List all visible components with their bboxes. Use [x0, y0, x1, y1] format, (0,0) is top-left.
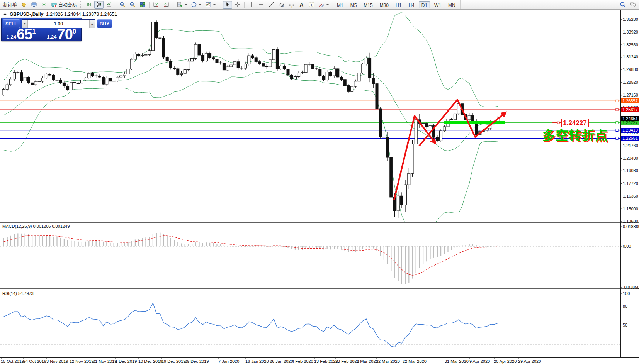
chart-canvas[interactable] — [0, 0, 639, 364]
buy-price-big: 70 — [57, 29, 73, 41]
autotrade-icon — [51, 2, 57, 8]
text-button[interactable]: A — [297, 1, 306, 9]
metaeditor-button[interactable] — [29, 1, 39, 9]
signals-button[interactable] — [39, 1, 49, 9]
candle-body — [237, 62, 240, 68]
candle-body — [31, 83, 34, 85]
crosshair-icon — [235, 2, 241, 8]
toolbar-separator — [219, 1, 221, 8]
candle-body — [24, 77, 26, 81]
shapes-icon — [318, 2, 325, 8]
text-label-button[interactable]: T — [307, 1, 316, 9]
timeframe-h1[interactable]: H1 — [393, 1, 404, 8]
main-pane[interactable] — [0, 12, 620, 230]
new-chart-button[interactable] — [175, 1, 189, 9]
candle-body — [38, 81, 41, 82]
price-tag-anchor-handle[interactable] — [557, 122, 559, 124]
candle-body — [440, 131, 442, 141]
candlestick-chart-button[interactable] — [94, 1, 104, 9]
timeframe-h4[interactable]: H4 — [406, 1, 417, 8]
timeframe-m15[interactable]: M15 — [361, 1, 375, 8]
vertical-line-button[interactable] — [246, 1, 256, 9]
candle-body — [283, 66, 286, 69]
zoom-out-button[interactable] — [128, 1, 137, 9]
bars-icon — [86, 2, 92, 8]
candle-body — [411, 144, 414, 173]
open-chart-button[interactable] — [19, 1, 29, 9]
candle-body — [45, 74, 48, 78]
hline-handle[interactable] — [616, 100, 618, 102]
candle-body — [436, 137, 438, 141]
candle-body — [184, 69, 186, 73]
timeframe-m1[interactable]: M1 — [334, 1, 346, 8]
hline-handle[interactable] — [616, 137, 618, 139]
timeframe-m5[interactable]: M5 — [348, 1, 360, 8]
toolbar: 新订单自动交易EFATM1M5M15M30H1H4D1W1MN — [0, 0, 639, 10]
candle-body — [443, 127, 446, 131]
timeframe-m30[interactable]: M30 — [377, 1, 391, 8]
timeframe-mn[interactable]: MN — [445, 1, 458, 8]
horizontal-line-button[interactable] — [257, 1, 266, 9]
arrows-button[interactable] — [317, 1, 330, 9]
timeframe-d1[interactable]: D1 — [419, 1, 430, 8]
candle-body — [386, 137, 389, 157]
svg-text:F: F — [292, 5, 293, 8]
chat-button[interactable] — [628, 1, 637, 9]
line-chart-button[interactable] — [104, 1, 114, 9]
candle-body — [169, 61, 172, 68]
macd-pane[interactable] — [0, 233, 620, 284]
rsi-pane[interactable] — [0, 303, 620, 347]
auto-scroll-button[interactable] — [151, 1, 161, 9]
fibonacci-button[interactable]: F — [287, 1, 296, 9]
chart-ohlc-values: 1.24326 1.24844 1.23878 1.24651 — [46, 12, 117, 17]
candle-body — [191, 58, 194, 61]
candle-body — [340, 77, 343, 80]
candle-body — [56, 80, 58, 80]
zoomout-icon — [129, 2, 136, 8]
candle-body — [148, 51, 151, 55]
periods-button[interactable] — [189, 1, 203, 9]
candle-body — [251, 56, 254, 58]
bollinger-band-line — [4, 71, 498, 230]
channel-button[interactable]: E — [277, 1, 286, 9]
candle-body — [226, 67, 229, 70]
candle-body — [248, 56, 250, 64]
buy-price[interactable]: 1.24 70 0 — [43, 29, 80, 41]
candle-body — [269, 60, 272, 67]
candle-body — [134, 54, 136, 59]
cursor-button[interactable] — [223, 1, 232, 9]
linechart-icon — [106, 2, 112, 8]
candle-body — [173, 68, 176, 69]
candle-body — [376, 84, 378, 109]
bar-chart-button[interactable] — [84, 1, 93, 9]
hline-handle[interactable] — [616, 129, 618, 132]
new-order-button[interactable]: 新订单 — [2, 1, 19, 9]
templates-button[interactable] — [204, 1, 217, 9]
buy-button[interactable]: BUY — [97, 19, 112, 28]
zoom-in-button[interactable] — [118, 1, 127, 9]
candle-body — [144, 55, 147, 55]
autotrading-button[interactable]: 自动交易 — [49, 1, 78, 9]
tile-windows-button[interactable] — [138, 1, 147, 9]
price-tag-annotation[interactable]: 1.24227 — [561, 119, 589, 127]
timeframe-w1[interactable]: W1 — [432, 1, 444, 8]
candle-body — [17, 73, 19, 73]
candle-body — [272, 49, 275, 60]
candle-body — [52, 75, 55, 80]
search-button[interactable] — [618, 1, 627, 9]
candle-body — [123, 74, 126, 76]
svg-text:E: E — [282, 5, 284, 8]
hline-handle[interactable] — [616, 108, 618, 111]
candle-body — [408, 173, 410, 185]
panel-collapse-arrow-icon[interactable] — [3, 11, 7, 15]
candle-body — [80, 80, 83, 83]
trendline-button[interactable] — [267, 1, 276, 9]
dropdown-caret-icon — [213, 4, 216, 7]
candle-body — [422, 124, 425, 124]
crosshair-button[interactable] — [233, 1, 242, 9]
hline-handle[interactable] — [616, 122, 618, 124]
volume-increase-button[interactable]: ▲ — [89, 20, 95, 28]
sell-price[interactable]: 1.24 65 1 — [3, 29, 40, 41]
chart-shift-button[interactable] — [161, 1, 171, 9]
candle-body — [354, 81, 357, 86]
